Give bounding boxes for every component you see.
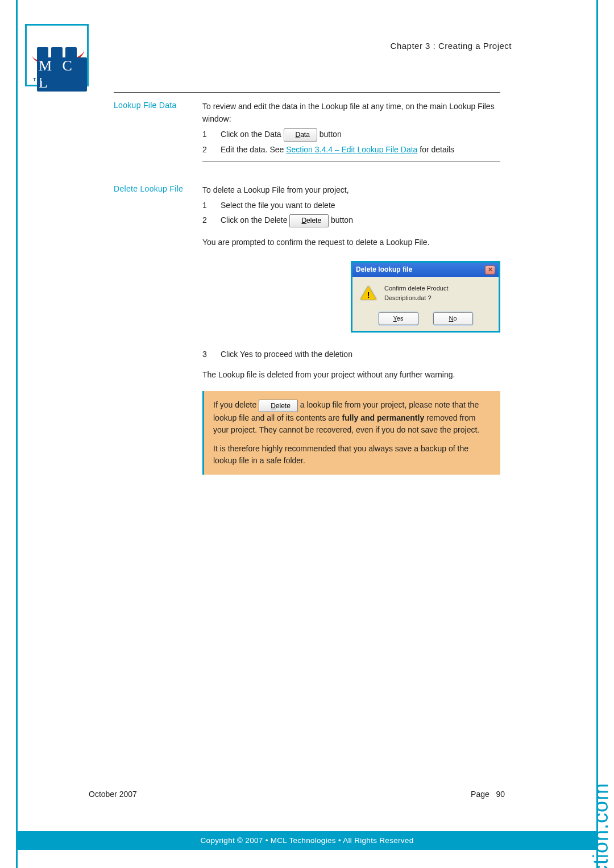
- warning-note: If you delete Delete a lookup file from …: [202, 391, 500, 474]
- close-icon[interactable]: ✕: [485, 265, 495, 275]
- step-text: Click on the Delete Delete button: [221, 214, 500, 227]
- step-text: Select the file you want to delete: [221, 200, 500, 212]
- footer-page: Page 90: [471, 790, 505, 799]
- logo-subtext: TECHNOLOGIES: [27, 77, 87, 82]
- delete-button[interactable]: Delete: [289, 214, 329, 227]
- step-number: 1: [202, 200, 210, 212]
- step-number: 2: [202, 144, 210, 156]
- side-url: www.mcl-collection.com: [589, 783, 613, 868]
- copyright-bar: Copyright © 2007 • MCL Technologies • Al…: [18, 831, 596, 850]
- right-accent-rail: [596, 0, 598, 868]
- section-intro: To delete a Lookup File from your projec…: [202, 184, 500, 197]
- step-number: 2: [202, 214, 210, 227]
- section-lookup-file-data: Lookup File Data To review and edit the …: [114, 92, 500, 172]
- delete-confirm-dialog: Delete lookup file ✕ ! Confirm delete Pr…: [351, 261, 500, 333]
- yes-button[interactable]: Yes: [379, 312, 418, 325]
- data-button[interactable]: Data: [284, 128, 317, 142]
- step-text: Click Yes to proceed with the deletion: [221, 348, 352, 361]
- section-delete-lookup-file: Delete Lookup File To delete a Lookup Fi…: [114, 184, 500, 475]
- warning-icon: !: [360, 286, 376, 301]
- brand-logo: M C L TECHNOLOGIES: [25, 24, 89, 86]
- step-number: 3: [202, 348, 210, 361]
- chapter-heading: Chapter 3 : Creating a Project: [391, 41, 512, 51]
- dialog-title: Delete lookup file: [356, 264, 412, 275]
- step-text: Click on the Data Data button: [221, 128, 500, 142]
- confirm-paragraph: You are prompted to confirm the request …: [202, 236, 500, 249]
- step-text: Edit the data. See Section 3.4.4 – Edit …: [221, 144, 500, 156]
- section-label: Delete Lookup File: [114, 184, 202, 193]
- section-divider: [202, 161, 500, 161]
- cross-reference-link[interactable]: Section 3.4.4 – Edit Lookup File Data: [286, 145, 417, 154]
- note-recommendation: It is therefore highly recommended that …: [213, 443, 491, 467]
- footer-date: October 2007: [89, 790, 137, 799]
- deleted-paragraph: The Lookup file is deleted from your pro…: [202, 369, 500, 381]
- dialog-message: Confirm delete Product Description.dat ?: [384, 284, 491, 303]
- no-button[interactable]: No: [433, 312, 473, 325]
- section-intro: To review and edit the data in the Looku…: [202, 101, 500, 125]
- logo-letters: M C L: [37, 57, 87, 92]
- section-label: Lookup File Data: [114, 101, 202, 110]
- delete-button-inline[interactable]: Delete: [259, 400, 298, 412]
- step-number: 1: [202, 128, 210, 142]
- left-accent-rail: [16, 0, 18, 868]
